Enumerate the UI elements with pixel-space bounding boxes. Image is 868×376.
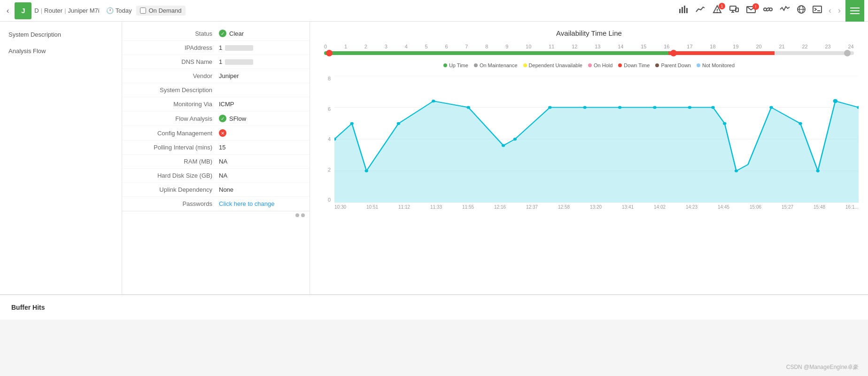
legend-label-downtime: Down Time xyxy=(624,63,650,68)
legend-item-downtime: Down Time xyxy=(618,63,650,68)
legend-dot-notmonitored xyxy=(697,63,700,67)
prop-value-ipaddress: 1 xyxy=(219,44,253,51)
x-label-1030: 10:30 xyxy=(334,204,346,210)
chart-bar-icon[interactable] xyxy=(678,5,689,16)
buffer-section: Buffer Hits xyxy=(0,295,868,320)
data-dot-6 xyxy=(466,106,470,109)
prop-row-status: Status ✓ Clear xyxy=(122,26,310,41)
prop-label-status: Status xyxy=(130,30,219,37)
x-label-1237: 12:37 xyxy=(526,204,538,210)
nav-forward-icon[interactable]: › xyxy=(838,6,841,16)
vendor-text: Juniper xyxy=(219,72,239,79)
hard-disk-size-text: NA xyxy=(219,172,227,179)
chart-area-fill xyxy=(334,101,859,203)
analytics-icon[interactable] xyxy=(780,5,790,16)
prop-row-uplink-dependency: Uplink Dependency None xyxy=(122,183,310,197)
legend-label-parentdown: Parent Down xyxy=(661,63,691,68)
on-demand-toggle[interactable]: On Demand xyxy=(136,6,185,16)
prop-label-ram: RAM (MB) xyxy=(130,158,219,165)
prop-value-hard-disk-size: NA xyxy=(219,172,227,179)
data-dot-18 xyxy=(798,122,802,125)
prop-row-config-management: Config Management ✕ xyxy=(122,126,310,141)
legend-item-dependent-unavailable: Dependent Unavailable xyxy=(523,63,582,68)
legend-label-maintenance: On Maintenance xyxy=(480,63,518,68)
prop-row-ipaddress: IPAddress 1 xyxy=(122,41,310,55)
x-label-1133: 11:33 xyxy=(430,204,442,210)
globe-icon[interactable] xyxy=(797,5,806,16)
chart-title: Availability Time Line xyxy=(319,29,859,37)
legend-dot-maintenance xyxy=(474,63,478,67)
on-demand-checkbox[interactable] xyxy=(140,8,146,14)
breadcrumb-d: D xyxy=(34,7,39,14)
x-label-1506: 15:06 xyxy=(750,204,761,210)
timeline-dot-start xyxy=(326,50,333,56)
svg-rect-1 xyxy=(682,7,683,13)
legend-dot-parentdown xyxy=(655,63,659,67)
data-dot-12 xyxy=(653,106,656,109)
prop-label-ipaddress: IPAddress xyxy=(130,44,219,51)
data-dot-11 xyxy=(618,106,621,109)
terminal-icon[interactable] xyxy=(813,6,822,16)
prop-value-uplink-dependency: None xyxy=(219,186,233,193)
back-button[interactable]: ‹ xyxy=(4,5,12,17)
ipaddress-text: 1 xyxy=(219,44,222,51)
nav-back-icon[interactable]: ‹ xyxy=(829,6,831,16)
hamburger-line1 xyxy=(850,8,860,8)
legend-dot-uptime xyxy=(443,63,447,67)
alert-icon[interactable]: 1 xyxy=(712,5,722,16)
prop-value-polling-interval: 15 xyxy=(219,144,225,151)
prop-label-monitoring-via: Monitoring Via xyxy=(130,101,219,108)
prop-row-vendor: Vendor Juniper xyxy=(122,69,310,83)
monitoring-via-text: ICMP xyxy=(219,101,234,108)
prop-label-passwords: Passwords xyxy=(130,200,219,207)
prop-label-flow-analysis: Flow Analysis xyxy=(130,115,219,122)
prop-row-hard-disk-size: Hard Disk Size (GB) NA xyxy=(122,169,310,183)
prop-value-passwords[interactable]: Click here to change xyxy=(219,200,275,207)
dnsname-text: 1 xyxy=(219,58,222,65)
x-label-1112: 11:12 xyxy=(398,204,410,210)
passwords-link-text[interactable]: Click here to change xyxy=(219,200,275,207)
legend-item-uptime: Up Time xyxy=(443,63,468,68)
mail-icon[interactable]: ! xyxy=(746,5,756,16)
breadcrumb-type: Router xyxy=(44,7,62,14)
svg-rect-0 xyxy=(679,9,681,13)
line-chart-icon[interactable] xyxy=(695,5,705,16)
prop-label-system-description: System Description xyxy=(130,86,219,94)
time-indicator: 🕐 Today xyxy=(106,7,132,14)
x-label-1320: 13:20 xyxy=(590,204,602,210)
x-label-1402: 14:02 xyxy=(654,204,666,210)
x-label-1216: 12:16 xyxy=(494,204,506,210)
chart-legend: Up Time On Maintenance Dependent Unavail… xyxy=(319,63,859,68)
y-label-0: 0 xyxy=(328,197,331,203)
legend-item-parent-down: Parent Down xyxy=(655,63,691,68)
x-axis-labels: 10:30 10:51 11:12 11:33 11:55 12:16 12:3… xyxy=(334,203,859,217)
ram-text: NA xyxy=(219,158,227,165)
svg-point-5 xyxy=(717,12,718,13)
data-dot-19 xyxy=(816,169,819,172)
link-icon[interactable] xyxy=(763,5,773,16)
prop-row-system-description: System Description xyxy=(122,83,310,97)
sidebar-item-system-description[interactable]: System Description xyxy=(0,26,122,43)
x-label-1423: 14:23 xyxy=(686,204,698,210)
x-label-1341: 13:41 xyxy=(622,204,634,210)
x-label-1258: 12:58 xyxy=(558,204,570,210)
prop-value-dnsname: 1 xyxy=(219,58,253,65)
data-dot-15 xyxy=(723,122,726,125)
x-label-1445: 14:45 xyxy=(718,204,729,210)
devices-icon[interactable] xyxy=(729,5,739,16)
prop-row-passwords: Passwords Click here to change xyxy=(122,197,310,211)
line-chart-svg xyxy=(334,76,859,203)
legend-label-notmonitored: Not Monitored xyxy=(702,63,735,68)
mail-badge: ! xyxy=(752,3,759,10)
breadcrumb-sep1: | xyxy=(41,7,42,14)
breadcrumb-model: Juniper M7i xyxy=(68,7,100,14)
breadcrumb: D | Router | Juniper M7i xyxy=(34,7,99,14)
buffer-title: Buffer Hits xyxy=(11,304,857,311)
scrollbar-area xyxy=(122,211,310,219)
data-dot-7 xyxy=(502,144,505,147)
hamburger-menu-button[interactable] xyxy=(845,0,864,22)
sidebar-item-analysis-flow[interactable]: Analysis Flow xyxy=(0,43,122,59)
breadcrumb-sep2: | xyxy=(64,7,66,14)
prop-row-polling-interval: Polling Interval (mins) 15 xyxy=(122,141,310,155)
prop-value-flow-analysis: ✓ SFlow xyxy=(219,115,246,122)
